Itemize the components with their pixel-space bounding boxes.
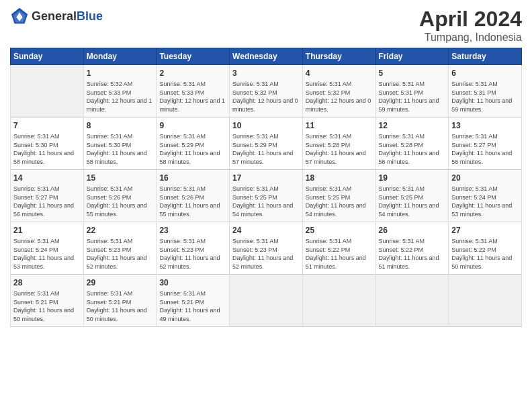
day-number: 8 (87, 120, 154, 131)
cell-content: Sunrise: 5:31 AMSunset: 5:21 PMDaylight:… (87, 289, 154, 323)
cell-content: Sunrise: 5:31 AMSunset: 5:25 PMDaylight:… (306, 185, 373, 218)
calendar-week-1: 1Sunrise: 5:32 AMSunset: 5:33 PMDaylight… (11, 65, 522, 118)
cell-content: Sunrise: 5:31 AMSunset: 5:25 PMDaylight:… (232, 185, 300, 218)
cell-content: Sunrise: 5:31 AMSunset: 5:30 PMDaylight:… (87, 132, 154, 166)
calendar-cell: 26Sunrise: 5:31 AMSunset: 5:22 PMDayligh… (375, 222, 449, 275)
col-friday: Friday (375, 48, 449, 65)
main-container: GeneralBlue April 2024 Tumpang, Indonesi… (0, 0, 532, 334)
cell-content: Sunrise: 5:31 AMSunset: 5:24 PMDaylight:… (451, 185, 519, 218)
col-tuesday: Tuesday (157, 48, 230, 65)
cell-content: Sunrise: 5:31 AMSunset: 5:31 PMDaylight:… (379, 80, 446, 113)
cell-content: Sunrise: 5:31 AMSunset: 5:23 PMDaylight:… (232, 237, 300, 271)
day-number: 7 (13, 120, 81, 131)
calendar-cell: 4Sunrise: 5:31 AMSunset: 5:32 PMDaylight… (302, 65, 375, 118)
col-wednesday: Wednesday (230, 48, 303, 65)
day-number: 10 (232, 120, 300, 131)
calendar-cell: 18Sunrise: 5:31 AMSunset: 5:25 PMDayligh… (302, 170, 375, 222)
calendar-cell: 3Sunrise: 5:31 AMSunset: 5:32 PMDaylight… (230, 65, 303, 118)
day-number: 26 (379, 225, 446, 236)
day-number: 17 (232, 173, 300, 183)
day-number: 30 (159, 277, 226, 288)
col-saturday: Saturday (449, 48, 522, 65)
calendar-cell: 12Sunrise: 5:31 AMSunset: 5:28 PMDayligh… (375, 118, 449, 170)
cell-content: Sunrise: 5:31 AMSunset: 5:26 PMDaylight:… (159, 185, 226, 218)
calendar-cell: 14Sunrise: 5:31 AMSunset: 5:27 PMDayligh… (11, 170, 84, 222)
cell-content: Sunrise: 5:32 AMSunset: 5:33 PMDaylight:… (87, 80, 154, 113)
logo-icon (10, 7, 29, 26)
day-number: 5 (379, 68, 446, 79)
day-number: 20 (451, 173, 519, 183)
cell-content: Sunrise: 5:31 AMSunset: 5:23 PMDaylight:… (87, 237, 154, 271)
day-number: 27 (451, 225, 519, 236)
calendar-cell: 24Sunrise: 5:31 AMSunset: 5:23 PMDayligh… (230, 222, 303, 275)
day-number: 16 (159, 173, 226, 183)
cell-content: Sunrise: 5:31 AMSunset: 5:31 PMDaylight:… (451, 80, 519, 113)
calendar-cell: 29Sunrise: 5:31 AMSunset: 5:21 PMDayligh… (83, 275, 157, 327)
day-number: 22 (87, 225, 154, 236)
calendar-week-5: 28Sunrise: 5:31 AMSunset: 5:21 PMDayligh… (11, 275, 522, 327)
calendar-cell: 11Sunrise: 5:31 AMSunset: 5:28 PMDayligh… (302, 118, 375, 170)
cell-content: Sunrise: 5:31 AMSunset: 5:23 PMDaylight:… (159, 237, 226, 271)
calendar-cell: 1Sunrise: 5:32 AMSunset: 5:33 PMDaylight… (83, 65, 157, 118)
calendar-cell (230, 275, 303, 327)
cell-content: Sunrise: 5:31 AMSunset: 5:29 PMDaylight:… (159, 132, 226, 166)
calendar-week-4: 21Sunrise: 5:31 AMSunset: 5:24 PMDayligh… (11, 222, 522, 275)
cell-content: Sunrise: 5:31 AMSunset: 5:22 PMDaylight:… (379, 237, 446, 271)
calendar-cell: 15Sunrise: 5:31 AMSunset: 5:26 PMDayligh… (83, 170, 157, 222)
calendar-cell: 16Sunrise: 5:31 AMSunset: 5:26 PMDayligh… (157, 170, 230, 222)
cell-content: Sunrise: 5:31 AMSunset: 5:25 PMDaylight:… (379, 185, 446, 218)
day-number: 13 (451, 120, 519, 131)
day-number: 4 (306, 68, 373, 79)
cell-content: Sunrise: 5:31 AMSunset: 5:32 PMDaylight:… (232, 80, 300, 113)
calendar-cell: 7Sunrise: 5:31 AMSunset: 5:30 PMDaylight… (11, 118, 84, 170)
calendar-cell: 30Sunrise: 5:31 AMSunset: 5:21 PMDayligh… (157, 275, 230, 327)
cell-content: Sunrise: 5:31 AMSunset: 5:24 PMDaylight:… (13, 237, 81, 271)
day-number: 23 (159, 225, 226, 236)
calendar-cell: 5Sunrise: 5:31 AMSunset: 5:31 PMDaylight… (375, 65, 449, 118)
calendar-table: Sunday Monday Tuesday Wednesday Thursday… (10, 48, 522, 327)
day-number: 14 (13, 173, 81, 183)
col-monday: Monday (83, 48, 157, 65)
day-number: 11 (306, 120, 373, 131)
calendar-cell: 28Sunrise: 5:31 AMSunset: 5:21 PMDayligh… (11, 275, 84, 327)
calendar-cell: 9Sunrise: 5:31 AMSunset: 5:29 PMDaylight… (157, 118, 230, 170)
calendar-cell: 21Sunrise: 5:31 AMSunset: 5:24 PMDayligh… (11, 222, 84, 275)
day-number: 9 (159, 120, 226, 131)
calendar-week-3: 14Sunrise: 5:31 AMSunset: 5:27 PMDayligh… (11, 170, 522, 222)
day-number: 21 (13, 225, 81, 236)
logo: GeneralBlue (10, 7, 103, 26)
day-number: 25 (306, 225, 373, 236)
cell-content: Sunrise: 5:31 AMSunset: 5:33 PMDaylight:… (159, 80, 226, 113)
calendar-cell: 2Sunrise: 5:31 AMSunset: 5:33 PMDaylight… (157, 65, 230, 118)
calendar-week-2: 7Sunrise: 5:31 AMSunset: 5:30 PMDaylight… (11, 118, 522, 170)
calendar-cell: 27Sunrise: 5:31 AMSunset: 5:22 PMDayligh… (449, 222, 522, 275)
title-block: April 2024 Tumpang, Indonesia (419, 7, 522, 44)
day-number: 15 (87, 173, 154, 183)
calendar-cell (11, 65, 84, 118)
logo-general: General (32, 9, 77, 23)
cell-content: Sunrise: 5:31 AMSunset: 5:30 PMDaylight:… (13, 132, 81, 166)
col-sunday: Sunday (11, 48, 84, 65)
calendar-cell: 19Sunrise: 5:31 AMSunset: 5:25 PMDayligh… (375, 170, 449, 222)
cell-content: Sunrise: 5:31 AMSunset: 5:28 PMDaylight:… (379, 132, 446, 166)
day-number: 3 (232, 68, 300, 79)
logo-text: GeneralBlue (32, 9, 103, 24)
calendar-cell: 10Sunrise: 5:31 AMSunset: 5:29 PMDayligh… (230, 118, 303, 170)
cell-content: Sunrise: 5:31 AMSunset: 5:21 PMDaylight:… (159, 289, 226, 323)
calendar-cell: 13Sunrise: 5:31 AMSunset: 5:27 PMDayligh… (449, 118, 522, 170)
cell-content: Sunrise: 5:31 AMSunset: 5:27 PMDaylight:… (13, 185, 81, 218)
day-number: 18 (306, 173, 373, 183)
calendar-cell: 6Sunrise: 5:31 AMSunset: 5:31 PMDaylight… (449, 65, 522, 118)
day-number: 6 (451, 68, 519, 79)
logo-blue: Blue (77, 9, 103, 23)
day-number: 1 (87, 68, 154, 79)
calendar-cell: 25Sunrise: 5:31 AMSunset: 5:22 PMDayligh… (302, 222, 375, 275)
cell-content: Sunrise: 5:31 AMSunset: 5:22 PMDaylight:… (451, 237, 519, 271)
cell-content: Sunrise: 5:31 AMSunset: 5:32 PMDaylight:… (306, 80, 373, 113)
day-number: 2 (159, 68, 226, 79)
cell-content: Sunrise: 5:31 AMSunset: 5:21 PMDaylight:… (13, 289, 81, 323)
day-number: 24 (232, 225, 300, 236)
calendar-cell: 23Sunrise: 5:31 AMSunset: 5:23 PMDayligh… (157, 222, 230, 275)
day-number: 29 (87, 277, 154, 288)
calendar-cell: 17Sunrise: 5:31 AMSunset: 5:25 PMDayligh… (230, 170, 303, 222)
